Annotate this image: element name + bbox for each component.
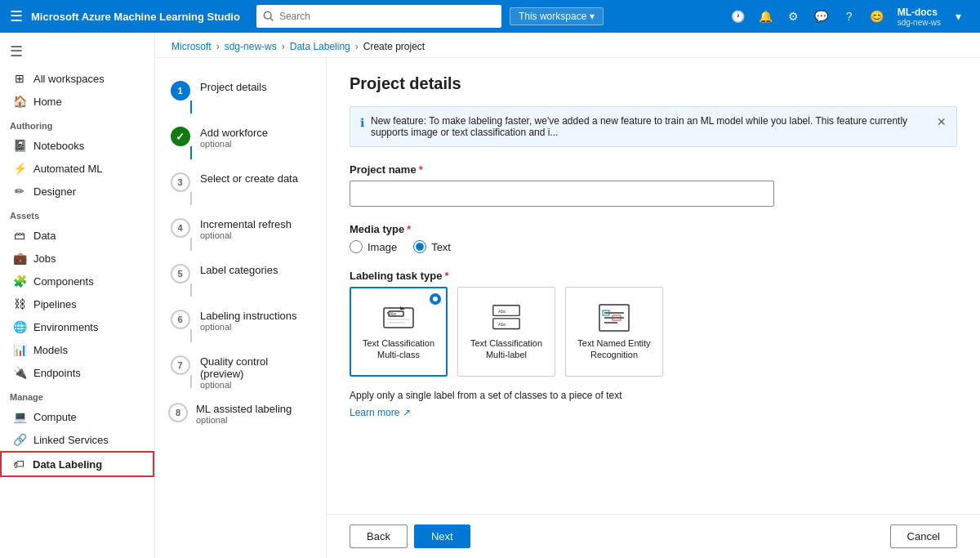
sidebar-label-automated-ml: Automated ML — [33, 163, 103, 175]
user-name: ML-docs — [898, 7, 941, 18]
project-name-group: Project name * — [350, 163, 957, 207]
breadcrumb-sdg-new-ws[interactable]: sdg-new-ws — [225, 41, 277, 52]
automated-ml-icon: ⚡ — [12, 162, 27, 175]
user-section: ML-docs sdg-new-ws ▾ — [898, 4, 970, 29]
task-card-label-multi-label: Text ClassificationMulti-label — [470, 337, 542, 361]
jobs-icon: 💼 — [12, 252, 27, 265]
assets-section-label: Assets — [0, 203, 154, 224]
svg-text:Abc: Abc — [498, 308, 506, 313]
wizard-content: Project details ℹ New feature: To make l… — [327, 58, 980, 514]
search-icon — [263, 11, 274, 22]
search-bar — [256, 5, 501, 28]
media-type-image-radio[interactable] — [350, 240, 363, 253]
sidebar-item-all-workspaces[interactable]: ⊞ All workspaces — [0, 67, 154, 90]
step-label-5: Label categories — [200, 264, 278, 276]
media-type-text[interactable]: Text — [413, 240, 451, 253]
sidebar-item-automated-ml[interactable]: ⚡ Automated ML — [0, 157, 154, 180]
svg-rect-7 — [493, 319, 519, 329]
notification-icon[interactable]: 🔔 — [754, 4, 778, 29]
models-icon: 📊 — [12, 343, 27, 356]
app-title: Microsoft Azure Machine Learning Studio — [31, 11, 240, 23]
step-connector-5 — [190, 283, 192, 297]
top-header: ☰ Microsoft Azure Machine Learning Studi… — [0, 0, 980, 33]
help-icon[interactable]: ? — [837, 4, 862, 29]
step-sub-2: optional — [200, 139, 268, 149]
step-6: 6 Labeling instructions optional — [155, 303, 326, 349]
breadcrumb-data-labeling[interactable]: Data Labeling — [290, 41, 350, 52]
sidebar-item-environments[interactable]: 🌐 Environments — [0, 315, 154, 338]
step-3: 3 Select or create data — [155, 166, 326, 212]
info-icon: ℹ — [360, 116, 364, 129]
sidebar-item-designer[interactable]: ✏ Designer — [0, 180, 154, 203]
sidebar-item-notebooks[interactable]: 📓 Notebooks — [0, 134, 154, 157]
task-card-text-classification-multi-label[interactable]: Abc Abc Text ClassificationMulti-label — [457, 287, 555, 377]
data-labeling-icon: 🏷 — [11, 458, 26, 471]
step-connector-2 — [190, 146, 192, 159]
sidebar-label-linked-services: Linked Services — [33, 434, 109, 446]
svg-line-1 — [270, 18, 273, 20]
cancel-button[interactable]: Cancel — [890, 525, 957, 548]
sidebar-item-endpoints[interactable]: 🔌 Endpoints — [0, 361, 154, 384]
step-label-8: ML assisted labeling — [196, 403, 292, 415]
media-type-text-radio[interactable] — [413, 240, 426, 253]
learn-more-link[interactable]: Learn more ↗ — [350, 407, 411, 418]
breadcrumb-microsoft[interactable]: Microsoft — [172, 41, 212, 52]
breadcrumb: Microsoft › sdg-new-ws › Data Labeling ›… — [155, 33, 980, 58]
history-icon[interactable]: 🕐 — [726, 4, 751, 29]
media-type-radio-group: Image Text — [350, 240, 957, 253]
task-icon-multi-label: Abc Abc — [490, 303, 523, 333]
task-card-text-classification-multi-class[interactable]: Abc Text ClassificationMulti-class — [350, 287, 448, 377]
feedback-icon[interactable]: 💬 — [809, 4, 834, 29]
sidebar-item-components[interactable]: 🧩 Components — [0, 270, 154, 292]
sidebar-item-linked-services[interactable]: 🔗 Linked Services — [0, 428, 154, 451]
svg-point-0 — [264, 11, 271, 19]
sidebar-item-models[interactable]: 📊 Models — [0, 338, 154, 361]
sidebar-item-data-labeling[interactable]: 🏷 Data Labeling — [0, 451, 154, 477]
endpoints-icon: 🔌 — [12, 366, 27, 379]
workspace-button[interactable]: This workspace ▾ — [510, 7, 604, 25]
svg-text:Abc: Abc — [498, 322, 506, 327]
back-button[interactable]: Back — [350, 525, 408, 548]
step-circle-6: 6 — [171, 310, 190, 329]
media-type-label: Media type * — [350, 223, 957, 235]
sidebar-label-environments: Environments — [33, 321, 98, 333]
breadcrumb-create-project: Create project — [363, 41, 425, 52]
info-banner-close[interactable]: ✕ — [937, 115, 947, 128]
step-label-1: Project details — [200, 81, 267, 93]
settings-icon[interactable]: ⚙ — [782, 4, 806, 29]
task-description: Apply only a single label from a set of … — [350, 390, 957, 401]
compute-icon: 💻 — [12, 410, 27, 423]
sidebar-label-home: Home — [33, 96, 62, 108]
task-icon-multi-class: Abc — [382, 303, 415, 333]
hamburger-icon[interactable]: ☰ — [10, 7, 23, 25]
step-sub-4: optional — [200, 230, 292, 240]
media-type-group: Media type * Image Text — [350, 223, 957, 253]
manage-section-label: Manage — [0, 384, 154, 405]
step-circle-2: ✓ — [171, 127, 190, 146]
step-7: 7 Quality control (preview) optional — [155, 349, 326, 396]
sidebar-item-jobs[interactable]: 💼 Jobs — [0, 247, 154, 270]
user-sub: sdg-new-ws — [898, 18, 941, 27]
step-circle-8: 8 — [168, 403, 188, 422]
sidebar-toggle[interactable]: ☰ — [0, 36, 154, 67]
sidebar-item-home[interactable]: 🏠 Home — [0, 90, 154, 113]
search-input[interactable] — [279, 11, 495, 22]
media-type-image[interactable]: Image — [350, 240, 397, 253]
step-connector-1 — [190, 100, 192, 114]
workspaces-icon: ⊞ — [12, 72, 27, 85]
environments-icon: 🌐 — [12, 320, 27, 333]
next-button[interactable]: Next — [414, 525, 470, 548]
task-card-text-named-entity[interactable]: Text Named EntityRecognition — [565, 287, 663, 377]
sidebar-item-pipelines[interactable]: ⛓ Pipelines — [0, 292, 154, 315]
sidebar-item-compute[interactable]: 💻 Compute — [0, 405, 154, 428]
wizard-footer: Back Next Cancel — [327, 514, 980, 558]
user-icon[interactable]: 😊 — [865, 4, 889, 29]
sidebar-item-data[interactable]: 🗃 Data — [0, 224, 154, 247]
components-icon: 🧩 — [12, 275, 27, 288]
project-name-input[interactable] — [350, 181, 774, 207]
step-connector-3 — [190, 192, 192, 205]
sidebar-label-compute: Compute — [33, 411, 77, 423]
user-menu-chevron[interactable]: ▾ — [946, 4, 970, 29]
step-circle-7: 7 — [171, 355, 190, 375]
step-connector-6 — [190, 329, 192, 342]
